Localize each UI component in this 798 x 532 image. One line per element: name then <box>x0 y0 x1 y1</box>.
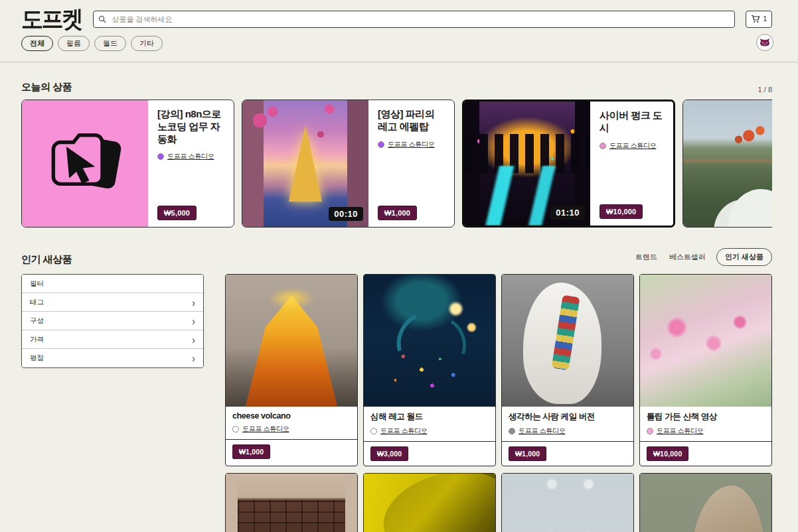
cart-button[interactable]: 1 <box>746 11 772 28</box>
featured-card-balcony[interactable] <box>682 100 772 228</box>
filter-header-label: 필터 <box>30 279 44 289</box>
search-bar <box>93 11 736 28</box>
product-card-deep-sea-lego[interactable]: 심해 레고 월드 도프프 스튜디오 ₩3,000 <box>363 274 496 466</box>
sort-tabs: 트렌드 베스트셀러 인기 새상품 <box>634 248 772 266</box>
seller-link[interactable]: 도프프 스튜디오 <box>167 152 214 161</box>
product-grid: cheese volcano 도프프 스튜디오 ₩1,000 심해 레고 월 <box>225 274 772 532</box>
profile-avatar[interactable] <box>756 34 773 51</box>
filter-row-label: 가격 <box>30 335 44 344</box>
filter-row-composition[interactable]: 구성 › <box>22 312 203 330</box>
product-card-beach-walk[interactable] <box>501 473 634 532</box>
carousel-pagination: 1 / 8 <box>758 86 772 94</box>
seller-avatar <box>378 141 384 148</box>
chip-all[interactable]: 전체 <box>21 36 53 51</box>
product-card-stone-statue[interactable] <box>639 473 772 532</box>
product-image <box>364 474 495 532</box>
seller-row: 도프프 스튜디오 <box>647 427 765 436</box>
chip-world[interactable]: 월드 <box>94 36 126 51</box>
video-duration-badge: 01:10 <box>550 206 585 220</box>
folder-cursor-icon <box>42 121 128 207</box>
cart-count: 1 <box>763 15 767 23</box>
seller-avatar <box>232 426 239 432</box>
page: 도프켓 1 전체 필름 월드 기타 <box>0 0 798 532</box>
tab-trend[interactable]: 트렌드 <box>634 249 659 265</box>
product-image <box>502 474 633 532</box>
product-title: cheese volcano <box>232 411 351 421</box>
popular-section: 인기 새상품 트렌드 베스트셀러 인기 새상품 필터 태그 › 구성 › <box>0 248 772 532</box>
chevron-right-icon: › <box>192 353 195 364</box>
product-image <box>640 275 771 407</box>
seller-link[interactable]: 도프프 스튜디오 <box>519 427 565 436</box>
seller-link[interactable]: 도프프 스튜디오 <box>657 427 703 436</box>
product-title: [영상] 파리의 레고 에펠탑 <box>378 108 446 133</box>
seller-link[interactable]: 도프프 스튜디오 <box>609 141 656 151</box>
product-title: 심해 레고 월드 <box>370 411 489 423</box>
tab-bestseller[interactable]: 베스트셀러 <box>668 249 707 265</box>
seller-row: 도프프 스튜디오 <box>232 425 351 434</box>
product-image <box>640 474 771 532</box>
product-card-tulip-garden[interactable]: 튤립 가든 산책 영상 도프프 스튜디오 ₩10,000 <box>639 274 772 466</box>
chevron-right-icon: › <box>192 334 195 345</box>
product-card-yellow-lamp[interactable] <box>363 473 496 532</box>
seller-link[interactable]: 도프프 스튜디오 <box>242 425 289 434</box>
price-badge: ₩5,000 <box>157 206 197 220</box>
seller-row: 도프프 스튜디오 <box>378 140 446 149</box>
chevron-right-icon: › <box>192 297 195 308</box>
seller-row: 도프프 스튜디오 <box>370 427 489 436</box>
product-image <box>22 100 148 227</box>
seller-row: 도프프 스튜디오 <box>157 152 226 161</box>
seller-row: 도프프 스튜디오 <box>599 141 665 151</box>
filter-row-price[interactable]: 가격 › <box>22 330 203 349</box>
price-badge: ₩10,000 <box>647 446 688 461</box>
cart-icon <box>751 15 760 23</box>
seller-avatar <box>599 143 606 149</box>
chevron-right-icon: › <box>192 315 195 326</box>
search-icon <box>98 15 106 23</box>
filter-header: 필터 <box>22 275 203 293</box>
chip-etc[interactable]: 기타 <box>131 36 163 51</box>
featured-card-cyberpunk[interactable]: 01:10 사이버 펑크 도시 도프프 스튜디오 ₩10,000 <box>462 100 675 228</box>
seller-avatar <box>509 428 515 434</box>
filter-row-rating[interactable]: 평점 › <box>22 349 203 367</box>
cat-face-icon <box>759 38 770 47</box>
product-image: 01:10 <box>464 101 590 226</box>
top-bar: 도프켓 1 <box>0 0 798 30</box>
filter-row-label: 평점 <box>30 354 44 363</box>
chip-film[interactable]: 필름 <box>58 36 90 51</box>
filter-row-tags[interactable]: 태그 › <box>22 293 203 312</box>
seller-link[interactable]: 도프프 스튜디오 <box>388 140 434 149</box>
filter-panel: 필터 태그 › 구성 › 가격 › 평점 › <box>21 274 204 368</box>
today-section: 오늘의 상품 1 / 8 [강의] n8n으로 노코딩 업무 자동화 <box>0 81 772 228</box>
price-badge: ₩10,000 <box>599 204 643 219</box>
product-image <box>502 275 633 407</box>
brand-logo[interactable]: 도프켓 <box>21 7 82 31</box>
product-title: 생각하는 사람 케일 버전 <box>509 411 627 423</box>
product-card-cheese-volcano[interactable]: cheese volcano 도프프 스튜디오 ₩1,000 <box>225 274 358 466</box>
seller-row: 도프프 스튜디오 <box>509 427 627 436</box>
today-section-title: 오늘의 상품 <box>21 81 72 94</box>
featured-card-paris[interactable]: 00:10 [영상] 파리의 레고 에펠탑 도프프 스튜디오 ₩1,000 <box>242 100 455 228</box>
seller-link[interactable]: 도프프 스튜디오 <box>380 427 427 436</box>
tab-popular-new[interactable]: 인기 새상품 <box>716 248 772 266</box>
product-card-thinker-cake[interactable]: 생각하는 사람 케일 버전 도프프 스튜디오 ₩1,000 <box>501 274 634 466</box>
product-card-storefront[interactable] <box>225 473 358 532</box>
seller-avatar <box>157 153 164 160</box>
popular-section-title: 인기 새상품 <box>21 253 72 266</box>
category-chip-row: 전체 필름 월드 기타 <box>0 30 798 51</box>
product-title: 사이버 펑크 도시 <box>599 109 665 135</box>
product-title: 튤립 가든 산책 영상 <box>647 411 765 423</box>
price-badge: ₩1,000 <box>378 206 417 220</box>
featured-carousel: [강의] n8n으로 노코딩 업무 자동화 도프프 스튜디오 ₩5,000 00… <box>21 100 772 228</box>
price-badge: ₩1,000 <box>232 444 270 459</box>
featured-card-n8n[interactable]: [강의] n8n으로 노코딩 업무 자동화 도프프 스튜디오 ₩5,000 <box>21 100 234 228</box>
price-badge: ₩3,000 <box>370 446 408 461</box>
product-image <box>226 275 357 407</box>
product-image <box>226 474 357 532</box>
product-title: [강의] n8n으로 노코딩 업무 자동화 <box>157 108 226 145</box>
search-input[interactable] <box>93 11 736 28</box>
product-image: 00:10 <box>242 100 368 227</box>
seller-avatar <box>647 428 653 434</box>
product-image <box>364 275 495 407</box>
filter-row-label: 태그 <box>30 298 44 307</box>
filter-row-label: 구성 <box>30 316 44 326</box>
